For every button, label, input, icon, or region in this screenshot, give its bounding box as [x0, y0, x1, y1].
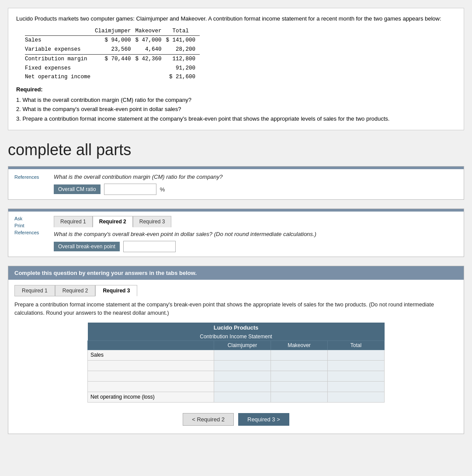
row-label-cm: Contribution margin	[25, 54, 95, 63]
stmt-col-total: Total	[328, 340, 385, 350]
col-header-total: Total	[166, 27, 200, 36]
stmt-noi-c3	[328, 392, 385, 402]
stmt-sales-c1	[214, 350, 271, 360]
stmt-row-sales: Sales	[88, 350, 214, 360]
required-item-2: 2. What is the company's overall break-e…	[16, 105, 456, 114]
r3-c3-input[interactable]	[330, 373, 382, 379]
stmt-col-label	[88, 340, 214, 350]
noi-c1-input[interactable]	[217, 394, 268, 400]
references-link[interactable]: References	[14, 174, 39, 180]
stmt-row2	[88, 360, 214, 371]
stmt-r4-c1	[214, 381, 271, 392]
income-table: Claimjumper Makeover Total Sales $ 94,00…	[25, 27, 200, 82]
row-label-fixed: Fixed expenses	[25, 64, 95, 73]
stmt-r4-c3	[328, 381, 385, 392]
panel1-question: What is the overall contribution margin …	[54, 174, 458, 180]
panel2-sidebar: Ask Print References	[14, 216, 54, 252]
cm-ratio-suffix: %	[160, 186, 165, 193]
stmt-col-claimjumper: Claimjumper	[214, 340, 271, 350]
problem-section: Lucido Products markets two computer gam…	[8, 8, 464, 130]
prev-button[interactable]: < Required 2	[183, 413, 234, 426]
breakeven-input[interactable]	[123, 241, 176, 252]
noi-c2-input[interactable]	[274, 394, 325, 400]
stmt-row3	[88, 371, 214, 381]
sales-total: $ 141,000	[166, 36, 200, 45]
row-label-noi: Net operating income	[25, 73, 95, 82]
sales-c2-input[interactable]	[274, 352, 325, 358]
cm-ratio-input[interactable]	[104, 184, 156, 195]
panel3: Complete this question by entering your …	[8, 266, 464, 434]
panel1-sidebar: References	[14, 174, 54, 195]
variable-claimjumper: 23,560	[95, 45, 135, 54]
problem-intro: Lucido Products markets two computer gam…	[16, 14, 456, 23]
variable-total: 28,200	[166, 45, 200, 54]
cm-makeover: $ 42,360	[135, 54, 166, 63]
stmt-r2-c1	[214, 360, 271, 371]
panel2-main: Required 1 Required 2 Required 3 What is…	[54, 216, 458, 252]
variable-makeover: 4,640	[135, 45, 166, 54]
stmt-container: Lucido Products Contribution Income Stat…	[14, 323, 458, 403]
sales-claimjumper: $ 94,000	[95, 36, 135, 45]
sales-makeover: $ 47,000	[135, 36, 166, 45]
row-label-sales: Sales	[25, 36, 95, 45]
panel3-tab-required3[interactable]: Required 3	[95, 285, 137, 296]
required-item-1: 1. What is the overall contribution marg…	[16, 96, 456, 104]
r3-c1-input[interactable]	[217, 373, 268, 379]
panel2-input-label: Overall break-even point	[54, 242, 120, 251]
required-header: Required:	[16, 85, 456, 94]
stmt-sales-c2	[271, 350, 328, 360]
stmt-r3-c3	[328, 371, 385, 381]
ask-link[interactable]: Ask	[14, 216, 54, 221]
stmt-r3-c2	[271, 371, 328, 381]
r4-c1-input[interactable]	[217, 383, 268, 390]
fixed-total: 91,200	[166, 64, 200, 73]
bottom-nav: < Required 2 Required 3 >	[14, 409, 458, 428]
r3-c2-input[interactable]	[274, 373, 325, 379]
noi-c3-input[interactable]	[330, 394, 382, 400]
stmt-table: Lucido Products Contribution Income Stat…	[87, 323, 385, 403]
tab-required1[interactable]: Required 1	[54, 216, 93, 227]
panel-breakeven: Ask Print References Required 1 Required…	[8, 208, 464, 257]
sales-c1-input[interactable]	[217, 352, 268, 358]
tab-required2[interactable]: Required 2	[93, 216, 133, 227]
panel3-question: Prepare a contribution format income sta…	[14, 301, 458, 317]
references-link2[interactable]: References	[14, 230, 54, 235]
panel3-tab-required1[interactable]: Required 1	[14, 285, 55, 296]
cm-total: 112,800	[166, 54, 200, 63]
r2-c3-input[interactable]	[330, 362, 382, 369]
panel1-input-row: Overall CM ratio %	[54, 184, 458, 195]
stmt-title: Lucido Products	[88, 323, 385, 333]
required-list: 1. What is the overall contribution marg…	[16, 96, 456, 123]
r4-c3-input[interactable]	[330, 383, 382, 390]
panel-cm-ratio: References What is the overall contribut…	[8, 166, 464, 200]
r2-c2-input[interactable]	[274, 362, 325, 369]
complete-all-parts-heading: complete all parts	[8, 141, 464, 159]
tab-required3[interactable]: Required 3	[133, 216, 172, 227]
panel3-tab-required2[interactable]: Required 2	[55, 285, 96, 296]
cm-claimjumper: $ 70,440	[95, 54, 135, 63]
noi-total: $ 21,600	[166, 73, 200, 82]
r4-c2-input[interactable]	[274, 383, 325, 390]
col-header-claimjumper: Claimjumper	[95, 27, 135, 36]
row-label-variable: Variable expenses	[25, 45, 95, 54]
stmt-noi-c2	[271, 392, 328, 402]
panel2-tab-bar: Required 1 Required 2 Required 3	[54, 216, 458, 227]
panel2-question: What is the company's overall break-even…	[54, 231, 458, 237]
stmt-row-noi: Net operating income (loss)	[88, 392, 214, 402]
sales-c3-input[interactable]	[330, 352, 382, 358]
panel2-input-row: Overall break-even point	[54, 241, 458, 252]
col-header-makeover: Makeover	[135, 27, 166, 36]
stmt-r2-c3	[328, 360, 385, 371]
r2-c1-input[interactable]	[217, 362, 268, 369]
stmt-row4	[88, 381, 214, 392]
required-item-3: 3. Prepare a contribution format income …	[16, 115, 456, 123]
stmt-subtitle: Contribution Income Statement	[88, 333, 385, 341]
stmt-r2-c2	[271, 360, 328, 371]
panel3-inner: Required 1 Required 2 Required 3 Prepare…	[8, 280, 464, 434]
panel3-header: Complete this question by entering your …	[8, 266, 464, 280]
stmt-r3-c1	[214, 371, 271, 381]
next-button[interactable]: Required 3 >	[238, 413, 289, 426]
stmt-col-makeover: Makeover	[271, 340, 328, 350]
panel3-tab-bar: Required 1 Required 2 Required 3	[14, 285, 458, 296]
print-link[interactable]: Print	[14, 223, 54, 228]
